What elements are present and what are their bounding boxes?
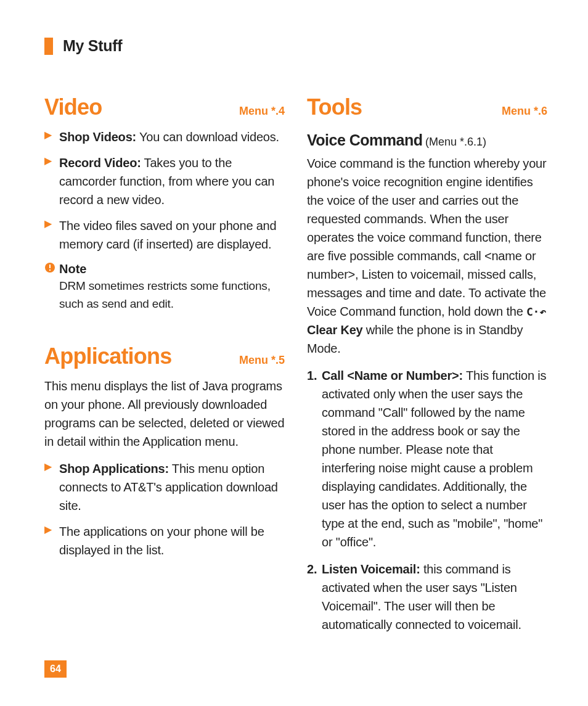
bullet-text: The video files saved on your phone and … xyxy=(59,219,276,251)
applications-title: Applications xyxy=(44,343,171,369)
bullet-text: This function is activated only when the… xyxy=(322,369,546,549)
bullet-bold: Shop Videos: xyxy=(59,130,136,144)
left-column: Video Menu *.4 ▶ Shop Videos: You can do… xyxy=(44,94,285,642)
voice-command-numbered-list: 1. Call <Name or Number>: This function … xyxy=(307,366,547,634)
note-heading: Note xyxy=(44,262,285,276)
intro-text-part1: Voice command is the function whereby yo… xyxy=(307,157,546,318)
voice-command-title: Voice Command xyxy=(307,131,423,149)
list-number: 1. xyxy=(307,366,317,385)
bullet-bold: Listen Voicemail: xyxy=(322,562,420,576)
applications-bullet-list: ▶ Shop Applications: This menu option co… xyxy=(44,459,285,559)
applications-intro: This menu displays the list of Java prog… xyxy=(44,377,285,451)
clear-key-icon: C·↶ xyxy=(526,305,546,318)
page-header: My Stuff xyxy=(44,37,551,55)
svg-rect-1 xyxy=(49,265,51,268)
triangle-right-icon: ▶ xyxy=(44,216,52,231)
bullet-bold: Call <Name or Number>: xyxy=(322,369,463,382)
right-column: Tools Menu *.6 Voice Command (Menu *.6.1… xyxy=(307,94,547,642)
list-number: 2. xyxy=(307,560,317,578)
video-title: Video xyxy=(44,94,102,120)
applications-heading: Applications Menu *.5 xyxy=(44,343,285,369)
voice-command-heading: Voice Command (Menu *.6.1) xyxy=(307,131,547,149)
video-heading: Video Menu *.4 xyxy=(44,94,285,120)
alert-circle-icon xyxy=(44,262,55,276)
list-item: 2. Listen Voicemail: this command is act… xyxy=(307,560,547,634)
triangle-right-icon: ▶ xyxy=(44,459,52,474)
bullet-bold: Record Video: xyxy=(59,156,141,170)
list-item: ▶ Record Video: Takes you to the camcord… xyxy=(44,154,285,209)
video-bullet-list: ▶ Shop Videos: You can download videos. … xyxy=(44,128,285,253)
video-menu-ref: Menu *.4 xyxy=(239,105,285,118)
list-item: ▶ Shop Applications: This menu option co… xyxy=(44,459,285,515)
note-label: Note xyxy=(59,262,86,276)
clear-key-label: Clear Key xyxy=(307,323,362,337)
applications-menu-ref: Menu *.5 xyxy=(239,354,285,367)
tools-menu-ref: Menu *.6 xyxy=(502,105,547,118)
content-columns: Video Menu *.4 ▶ Shop Videos: You can do… xyxy=(44,94,551,642)
bullet-text: The applications on your phone will be d… xyxy=(59,525,264,557)
header-title: My Stuff xyxy=(63,37,122,55)
tools-title: Tools xyxy=(307,94,362,120)
list-item: ▶ The video files saved on your phone an… xyxy=(44,216,285,253)
note-text: DRM sometimes restricts some functions, … xyxy=(44,277,285,313)
list-item: ▶ Shop Videos: You can download videos. xyxy=(44,128,285,146)
tools-heading: Tools Menu *.6 xyxy=(307,94,547,120)
voice-command-intro: Voice command is the function whereby yo… xyxy=(307,154,547,358)
list-item: ▶ The applications on your phone will be… xyxy=(44,522,285,559)
header-accent-block xyxy=(44,38,53,55)
list-item: 1. Call <Name or Number>: This function … xyxy=(307,366,547,551)
svg-rect-2 xyxy=(49,269,51,271)
triangle-right-icon: ▶ xyxy=(44,154,52,168)
page-number: 64 xyxy=(44,660,67,678)
triangle-right-icon: ▶ xyxy=(44,522,52,537)
manual-page: My Stuff Video Menu *.4 ▶ Shop Videos: Y… xyxy=(0,0,588,706)
bullet-bold: Shop Applications: xyxy=(59,462,169,475)
voice-command-menu-ref: (Menu *.6.1) xyxy=(425,136,486,148)
triangle-right-icon: ▶ xyxy=(44,128,52,142)
bullet-text: You can download videos. xyxy=(136,130,279,144)
